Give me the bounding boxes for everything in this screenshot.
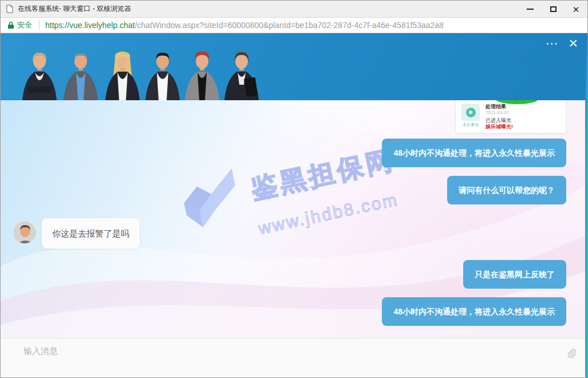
title-bar: 在线客服系统- 聊天窗口 - 双核浏览器 ✕	[1, 1, 587, 18]
window-controls: ✕	[519, 1, 587, 18]
chat-bubble-right: 请问有什么可以帮您的呢？	[447, 176, 566, 204]
chat-menu-button[interactable]: ⋯	[538, 36, 565, 52]
chat-bubble-left: 你这是去报警了是吗	[42, 218, 140, 249]
address-separator	[39, 21, 40, 30]
maximize-icon	[550, 6, 557, 12]
visitor-avatar	[13, 221, 36, 244]
chat-bubble-right: 48小时内不沟通处理，将进入永久性暴光展示	[382, 139, 566, 167]
window-edge-accent	[585, 33, 587, 378]
card-highlight: 娱乐城曝光!	[486, 124, 513, 129]
chat-bubble-right: 只是在鉴黑网上反映了	[463, 260, 566, 289]
card-date: 2021-01-07	[486, 110, 513, 116]
paperclip-icon	[566, 348, 577, 359]
chat-close-button[interactable]: ✕	[565, 36, 582, 52]
address-bar: 安全 https://vue.livelyhelp.chat/chatWindo…	[1, 18, 587, 33]
minimize-icon	[527, 9, 534, 10]
chat-area: 鉴黑担保网 www.jhdb8.com 永久暴光 处理结果 2021-01-07…	[1, 100, 587, 338]
url-path-part: /chatWindow.aspx?siteId=60000800&planId=…	[135, 21, 443, 30]
lock-icon	[7, 21, 14, 29]
chat-header: ⋯ ✕	[1, 33, 587, 100]
card-title: 处理结果	[486, 104, 513, 110]
security-chip[interactable]: 安全	[7, 20, 32, 30]
browser-window: 在线客服系统- 聊天窗口 - 双核浏览器 ✕ 安全 https://vue.li…	[0, 0, 588, 378]
window-title: 在线客服系统- 聊天窗口 - 双核浏览器	[18, 4, 131, 14]
maximize-button[interactable]	[542, 1, 565, 18]
composer	[1, 338, 587, 378]
chat-bubble-right: 48小时内不沟通处理，将进入永久性暴光展示	[382, 297, 566, 326]
url-field[interactable]: https://vue.livelyhelp.chat/chatWindow.a…	[45, 21, 444, 30]
close-window-button[interactable]: ✕	[565, 1, 587, 18]
minimize-button[interactable]	[519, 1, 542, 18]
card-description: 已进入曝光	[486, 117, 513, 124]
close-icon: ✕	[573, 5, 580, 14]
page-icon	[6, 5, 13, 13]
card-body: 处理结果 2021-01-07 已进入曝光 娱乐城曝光!	[486, 104, 513, 129]
card-icon-caption: 永久暴光	[463, 122, 479, 128]
message-input[interactable]	[1, 338, 587, 378]
url-secure-part: https://vue.livelyhelp.chat	[45, 21, 135, 30]
agents-photo	[1, 33, 270, 100]
card-icon-block: 永久暴光	[460, 104, 481, 129]
chat-header-actions: ⋯ ✕	[538, 36, 582, 52]
card-status-icon	[461, 104, 480, 121]
share-card[interactable]: 永久暴光 处理结果 2021-01-07 已进入曝光 娱乐城曝光!	[455, 100, 566, 133]
chat-message-left: 你这是去报警了是吗	[13, 218, 140, 249]
security-label: 安全	[17, 20, 32, 30]
attach-file-button[interactable]	[565, 346, 578, 360]
